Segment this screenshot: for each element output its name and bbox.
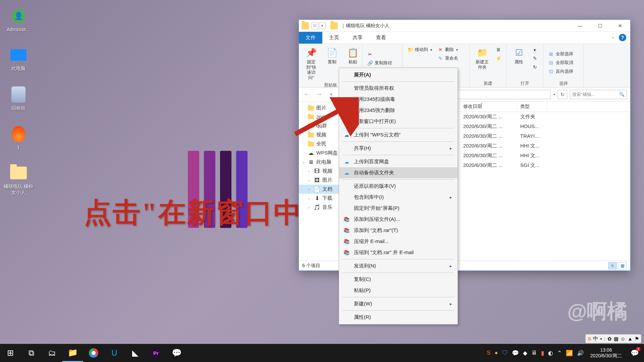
tray-sogou-icon[interactable]: S	[486, 350, 491, 356]
new-folder-button[interactable]: 📁 新建文件夹	[473, 46, 491, 70]
desktop-icon-this-pc[interactable]: 此电脑	[3, 46, 34, 72]
titlebar[interactable]: ☑ ▾ | 橘猫电玩 橘粉女小人 — ☐ ✕	[299, 20, 630, 32]
tab-home[interactable]: 主页	[322, 32, 346, 44]
tray-expand-icon[interactable]: ⌃	[556, 350, 563, 357]
notif-badge: 2	[636, 347, 641, 351]
copy-path-button[interactable]: 🔗复制路径	[366, 59, 399, 67]
select-none-button[interactable]: ⊟全部取消	[547, 59, 580, 66]
taskbar-wechat[interactable]: 💬	[166, 344, 187, 362]
tray-icon[interactable]: ◐	[547, 350, 554, 357]
taskbar-clock[interactable]: 13:06 2020/6/30/周二	[587, 347, 625, 359]
tray-icon[interactable]: ◆	[522, 350, 528, 357]
annotation-arrow-icon	[292, 97, 359, 137]
desktop-icon-admin[interactable]: 👤 Administr...	[3, 7, 34, 32]
desktop-icon-folder[interactable]: 橘猫电玩 橘粉女小人	[3, 164, 34, 196]
pin-quick-access-button[interactable]: 📌 固定到"快速访问"	[302, 46, 320, 81]
tray-icon[interactable]: ▮	[540, 350, 545, 357]
view-icons-button[interactable]: ▦	[618, 262, 627, 269]
taskbar-explorer[interactable]: 📁	[62, 344, 83, 362]
context-menu-item[interactable]: 展开(A)	[339, 69, 458, 80]
qat-button[interactable]: ☑	[312, 22, 318, 29]
properties-button[interactable]: ☑ 属性	[510, 46, 528, 65]
context-menu-item[interactable]: 共享(H)▸	[339, 143, 458, 154]
context-menu-item[interactable]: 管理员取得所有权	[339, 83, 458, 94]
tray-shield-icon[interactable]: 🛡	[501, 350, 509, 356]
submenu-arrow-icon: ▸	[450, 263, 452, 268]
window-folder-icon	[330, 22, 338, 29]
context-menu-item[interactable]: 📚压缩到 "文档.rar" 并 E-mail	[339, 247, 458, 258]
cut-button[interactable]: ✂	[366, 51, 399, 58]
ime-toolbar[interactable]: S 中 • : ✿ ▦ ☺ ▲ ⚑	[585, 334, 641, 343]
paste-button[interactable]: 📋 粘贴	[344, 46, 362, 65]
path-icon: 🔗	[367, 60, 373, 66]
minimize-button[interactable]: —	[570, 20, 590, 32]
desktop-icon-recycle-bin[interactable]: 回收站	[3, 85, 34, 111]
context-menu-item[interactable]: 包含到库中(I)▸	[339, 192, 458, 203]
task-view-button[interactable]: ⧉	[21, 344, 42, 362]
col-date[interactable]: 修改日期	[460, 102, 517, 112]
view-details-button[interactable]: ≡	[608, 262, 617, 269]
easy-access-button[interactable]: ⚡	[494, 55, 503, 62]
tray-network-icon[interactable]: 📶	[565, 350, 574, 357]
open-button[interactable]: ▸	[531, 46, 539, 53]
taskbar-chrome[interactable]	[83, 344, 104, 362]
context-menu-item[interactable]: 📚添加到 "文档.rar"(T)	[339, 225, 458, 236]
taskbar-app-u[interactable]: U	[104, 344, 125, 362]
tab-file[interactable]: 文件	[299, 32, 322, 44]
ime-emoji[interactable]: ☺	[621, 336, 626, 342]
menu-item-icon: 📚	[343, 238, 350, 245]
ribbon-collapse-button[interactable]: ⌄	[611, 35, 615, 39]
close-button[interactable]: ✕	[610, 20, 630, 32]
menu-item-label: 固定到"开始"屏幕(P)	[354, 205, 399, 212]
context-menu-item[interactable]: ☁自动备份该文件夹	[339, 167, 458, 178]
context-menu-item[interactable]: ☁上传到百度网盘	[339, 156, 458, 167]
history-button[interactable]: ↻	[531, 63, 539, 71]
edit-button[interactable]: ✎	[531, 55, 539, 62]
context-menu-item[interactable]: 复制(C)	[339, 274, 458, 285]
col-type[interactable]: 类型	[517, 102, 547, 112]
ime-punct[interactable]: •	[600, 336, 602, 342]
ime-width[interactable]: :	[604, 336, 605, 342]
menu-item-label: 展开(A)	[354, 72, 371, 78]
context-menu-item[interactable]: 新建(W)▸	[339, 298, 458, 309]
search-box[interactable]: 搜索"橘猫...🔍	[570, 90, 627, 99]
taskbar-app[interactable]: 🗂	[42, 344, 62, 362]
ime-menu[interactable]: ⚑	[635, 336, 639, 342]
ime-skin[interactable]: ▦	[614, 336, 619, 342]
context-menu-item[interactable]: 还原以前的版本(V)	[339, 181, 458, 192]
ime-logo-icon[interactable]: S	[588, 336, 591, 342]
ime-mode[interactable]: 中	[593, 336, 598, 342]
context-menu-item[interactable]: 粘贴(P)	[339, 285, 458, 296]
context-menu-item[interactable]: 发送到(N)▸	[339, 260, 458, 272]
delete-button[interactable]: ✕删除▾	[436, 46, 460, 53]
rename-button[interactable]: ✎重命名	[436, 55, 460, 62]
move-to-button[interactable]: 📁移动到▾	[406, 46, 433, 53]
refresh-button[interactable]: ↻	[558, 90, 567, 99]
desktop-icon-1[interactable]: 1	[3, 125, 34, 150]
help-button[interactable]: ?	[619, 34, 626, 41]
qat-button[interactable]: ▾	[319, 22, 326, 29]
taskbar-app-n[interactable]: ◣	[125, 344, 146, 362]
copy-button[interactable]: 📄 复制	[323, 46, 341, 65]
context-menu-item[interactable]: 固定到"开始"屏幕(P)	[339, 203, 458, 214]
tab-view[interactable]: 查看	[369, 32, 393, 44]
cut-icon: ✂	[367, 51, 373, 57]
context-menu-item[interactable]: 属性(R)	[339, 312, 458, 323]
ime-tool[interactable]: ▲	[628, 336, 633, 342]
context-menu-item[interactable]: 📚添加到压缩文件(A)...	[339, 214, 458, 225]
context-menu-item[interactable]: 📚压缩并 E-mail...	[339, 236, 458, 247]
select-all-button[interactable]: ⊞全部选择	[547, 50, 580, 58]
select-none-icon: ⊟	[548, 60, 554, 66]
ime-softkb[interactable]: ✿	[607, 336, 612, 342]
tray-icon[interactable]: 🖥	[530, 350, 538, 356]
taskbar-premiere[interactable]: Pr	[146, 344, 166, 362]
maximize-button[interactable]: ☐	[590, 20, 610, 32]
action-center-button[interactable]: 💬2	[625, 344, 644, 362]
tab-share[interactable]: 共享	[346, 32, 369, 44]
start-button[interactable]: ⊞	[0, 344, 21, 362]
tray-volume-icon[interactable]: 🔊	[576, 350, 585, 357]
tray-icon[interactable]: ●	[494, 350, 499, 356]
new-item-button[interactable]: 🗎	[494, 46, 503, 53]
invert-selection-button[interactable]: ⊡反向选择	[547, 68, 580, 75]
tray-wechat-icon[interactable]: 💬	[511, 350, 520, 357]
